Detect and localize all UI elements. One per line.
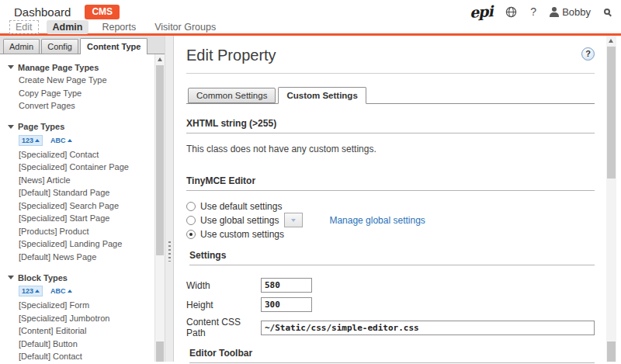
tree-item[interactable]: [News] Article xyxy=(8,174,154,187)
tree-item[interactable]: [Specialized] Landing Page xyxy=(8,237,154,251)
xhtml-section-heading: XHTML string (>255) xyxy=(186,118,595,133)
splitter-grip-icon xyxy=(168,241,171,262)
user-icon xyxy=(550,7,559,17)
user-name: Bobby xyxy=(562,6,591,18)
panel-splitter[interactable] xyxy=(165,36,174,362)
collapse-triangle-icon xyxy=(8,125,14,129)
tab-content-type[interactable]: Content Type xyxy=(80,38,147,54)
section-header[interactable]: Manage Page Types xyxy=(8,61,154,74)
cms-badge[interactable]: CMS xyxy=(85,5,120,19)
collapse-triangle-icon xyxy=(8,276,14,279)
tree-item[interactable]: [Default] Standard Page xyxy=(8,186,154,199)
tree-item[interactable]: [Specialized] Contact xyxy=(8,148,154,161)
tree-item[interactable]: Create New Page Type xyxy=(8,74,154,87)
sort-numeric-button[interactable]: 123 xyxy=(19,286,43,296)
sort-controls: 123 ABC xyxy=(8,285,154,297)
tree-item[interactable]: [Products] Product xyxy=(8,225,154,238)
settings-fields: Width Height Content CSS Path xyxy=(186,278,595,338)
sort-alpha-button[interactable]: ABC xyxy=(48,136,75,145)
epi-logo: epi xyxy=(469,2,493,21)
settings-tabstrip: Common Settings Custom Settings xyxy=(186,86,595,104)
content-type-tree: Manage Page Types Create New Page TypeCo… xyxy=(0,54,165,362)
tree-item[interactable]: [Specialized] Container Page xyxy=(8,161,154,174)
tree-item[interactable]: [Default] News Page xyxy=(8,251,154,264)
radio-default-settings[interactable] xyxy=(186,202,196,211)
tinymce-section-heading: TinyMCE Editor xyxy=(186,175,595,191)
tree-item[interactable]: [Specialized] Jumbotron xyxy=(8,312,154,325)
sort-numeric-button[interactable]: 123 xyxy=(19,135,43,146)
admin-sidebar: Admin Config Content Type Manage Page Ty… xyxy=(0,36,165,362)
width-label: Width xyxy=(186,280,261,291)
page-types-section: Page Types 123 ABC xyxy=(8,120,154,264)
manage-page-types-section: Manage Page Types Create New Page TypeCo… xyxy=(8,61,154,113)
scroll-up-icon xyxy=(609,39,613,43)
editor-toolbar-heading: Editor Toolbar xyxy=(189,348,595,363)
tree-item[interactable]: [Specialized] Search Page xyxy=(8,199,154,213)
radio-custom-settings[interactable] xyxy=(186,230,196,239)
sort-asc-icon xyxy=(68,139,72,142)
settings-subheading: Settings xyxy=(189,250,595,265)
tree-item[interactable]: Convert Pages xyxy=(8,99,154,113)
sort-asc-icon xyxy=(68,289,72,293)
tree-item[interactable]: [Default] Contact xyxy=(8,350,154,362)
tree-item[interactable]: Copy Page Type xyxy=(8,87,154,100)
tab-custom-settings[interactable]: Custom Settings xyxy=(278,87,366,104)
sort-controls: 123 ABC xyxy=(8,134,154,147)
sort-asc-icon xyxy=(35,289,40,293)
tree-item[interactable]: [Content] Editorial xyxy=(8,324,154,338)
height-input[interactable] xyxy=(261,297,312,312)
nav-edit[interactable]: Edit xyxy=(9,20,39,34)
sort-asc-icon xyxy=(35,139,40,142)
page-title: Edit Property xyxy=(186,47,595,64)
section-header[interactable]: Page Types xyxy=(8,120,154,133)
globe-icon[interactable] xyxy=(505,6,517,18)
episerver-cms-window: Dashboard CMS epi ? Bobby Edit Admin xyxy=(0,0,621,364)
tree-item[interactable]: [Specialized] Start Page xyxy=(8,212,154,225)
height-label: Height xyxy=(186,300,261,310)
dashboard-link[interactable]: Dashboard xyxy=(14,5,71,19)
tree-item[interactable]: [Specialized] Form xyxy=(8,299,154,312)
edit-property-panel: Edit Property ? Common Settings Custom S… xyxy=(174,36,621,362)
search-icon[interactable] xyxy=(604,9,610,15)
tree-item[interactable]: [Default] Button xyxy=(8,338,154,351)
context-help-button[interactable]: ? xyxy=(581,47,595,61)
scrollbar-thumb[interactable] xyxy=(156,65,164,255)
user-menu[interactable]: Bobby xyxy=(550,6,591,18)
sidebar-tabstrip: Admin Config Content Type xyxy=(0,36,165,54)
tab-admin[interactable]: Admin xyxy=(3,39,40,54)
nav-reports[interactable]: Reports xyxy=(96,21,141,33)
xhtml-section-message: This class does not have any custom sett… xyxy=(186,144,595,154)
manage-global-settings-link[interactable]: Manage global settings xyxy=(329,215,425,226)
nav-admin[interactable]: Admin xyxy=(47,20,89,34)
content-css-path-input[interactable] xyxy=(261,321,595,335)
scroll-down-button[interactable] xyxy=(156,341,164,362)
collapse-triangle-icon xyxy=(8,65,14,69)
tinymce-settings-radios: Use default settings Use global settings… xyxy=(186,199,595,241)
scrollbar-thumb[interactable] xyxy=(607,47,616,179)
main-scrollbar[interactable] xyxy=(606,36,616,362)
radio-global-settings[interactable] xyxy=(186,216,196,225)
tab-common-settings[interactable]: Common Settings xyxy=(188,88,276,103)
global-settings-select[interactable] xyxy=(284,213,303,227)
width-input[interactable] xyxy=(261,278,312,293)
block-types-section: Block Types 123 ABC xyxy=(8,271,154,362)
global-header: Dashboard CMS epi ? Bobby Edit Admin xyxy=(0,0,621,36)
nav-visitor-groups[interactable]: Visitor Groups xyxy=(149,21,221,33)
scroll-down-button[interactable] xyxy=(607,341,616,362)
title-divider xyxy=(186,73,595,74)
scroll-up-icon xyxy=(158,57,162,61)
section-header[interactable]: Block Types xyxy=(8,271,154,284)
mode-nav: Edit Admin Reports Visitor Groups xyxy=(0,20,621,33)
help-icon[interactable]: ? xyxy=(530,5,536,18)
sidebar-scrollbar[interactable] xyxy=(154,54,165,362)
sort-alpha-button[interactable]: ABC xyxy=(48,286,75,296)
content-css-path-label: Content CSS Path xyxy=(186,317,261,338)
tab-config[interactable]: Config xyxy=(41,39,78,54)
